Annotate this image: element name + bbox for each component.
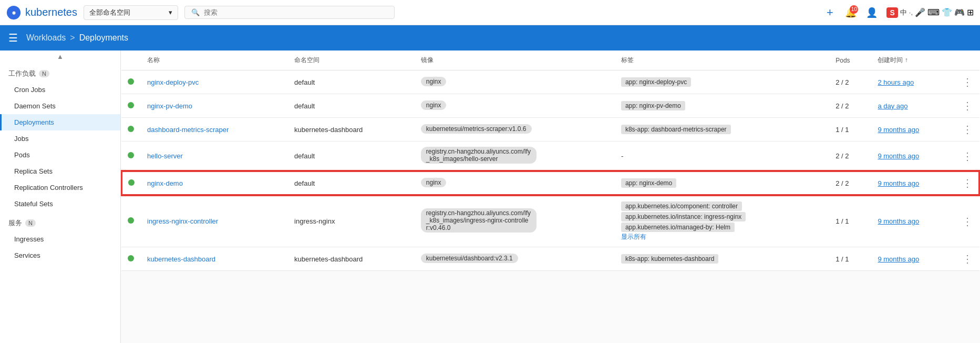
main-layout: ▲ 工作负载 N Cron Jobs Daemon Sets Deploymen… <box>0 51 980 343</box>
notification-button[interactable]: 🔔 10 <box>842 4 859 21</box>
breadcrumb-parent[interactable]: Workloads <box>26 33 66 43</box>
actions-cell[interactable]: ⋮ <box>956 118 979 142</box>
col-image[interactable]: 镜像 <box>415 51 615 70</box>
name-cell[interactable]: dashboard-metrics-scraper <box>141 118 288 142</box>
search-input[interactable] <box>204 8 388 16</box>
navbar-right: + 🔔 10 👤 S 中 ·, 🎤 ⌨ 👕 🎮 ⊞ <box>821 4 974 21</box>
col-name[interactable]: 名称 <box>141 51 288 70</box>
status-cell <box>121 70 141 94</box>
namespace-cell: ingress-nginx <box>288 195 415 247</box>
name-cell[interactable]: hello-server <box>141 142 288 172</box>
deployment-link[interactable]: nginx-pv-demo <box>147 102 192 110</box>
logo: ⎈ kubernetes <box>6 5 77 20</box>
status-cell <box>121 247 141 271</box>
menu-icon[interactable]: ☰ <box>8 32 18 44</box>
labels-cell: - <box>615 142 829 172</box>
name-cell[interactable]: nginx-demo <box>141 171 288 195</box>
breadcrumb-separator: > <box>70 33 75 43</box>
name-cell[interactable]: kubernetes-dashboard <box>141 247 288 271</box>
sidebar-item-stateful-sets[interactable]: Stateful Sets <box>0 196 120 212</box>
deployment-link[interactable]: nginx-demo <box>147 179 183 187</box>
name-cell[interactable]: nginx-deploy-pvc <box>141 70 288 94</box>
created-link: 9 months ago <box>878 152 919 160</box>
label-chip: app.kubernetes.io/instance: ingress-ngin… <box>621 212 746 221</box>
pods-cell: 2 / 2 <box>829 70 871 94</box>
notification-count: 10 <box>850 5 858 14</box>
labels-cell: app: nginx-demo <box>615 171 829 195</box>
col-labels[interactable]: 标签 <box>615 51 829 70</box>
image-chip: registry.cn-hangzhou.aliyuncs.com/lfy_k8… <box>421 208 537 233</box>
sidebar-item-pods[interactable]: Pods <box>0 147 120 163</box>
namespace-label: 全部命名空间 <box>89 8 130 17</box>
labels-cell: app: nginx-pv-demo <box>615 94 829 118</box>
grid-icon[interactable]: ⊞ <box>967 7 974 17</box>
pods-cell: 1 / 1 <box>829 195 871 247</box>
more-actions-button[interactable]: ⋮ <box>962 177 973 189</box>
more-actions-button[interactable]: ⋮ <box>962 100 973 112</box>
col-pods[interactable]: Pods <box>829 51 871 70</box>
created-link: 9 months ago <box>878 126 919 134</box>
sidebar-item-cron-jobs[interactable]: Cron Jobs <box>0 82 120 98</box>
actions-cell[interactable]: ⋮ <box>956 171 979 195</box>
created-cell: a day ago <box>871 94 956 118</box>
more-actions-button[interactable]: ⋮ <box>962 150 973 162</box>
image-cell: nginx <box>415 171 615 195</box>
status-dot <box>128 126 134 132</box>
sidebar-item-services[interactable]: Services <box>0 247 120 264</box>
sidebar-section-workloads: 工作负载 N <box>0 63 120 82</box>
sidebar-item-replica-sets[interactable]: Replica Sets <box>0 163 120 179</box>
name-cell[interactable]: nginx-pv-demo <box>141 94 288 118</box>
created-link: 9 months ago <box>878 217 919 225</box>
sidebar-item-ingresses[interactable]: Ingresses <box>0 231 120 247</box>
actions-cell[interactable]: ⋮ <box>956 94 979 118</box>
deployment-link[interactable]: hello-server <box>147 152 183 160</box>
sidebar-item-daemon-sets[interactable]: Daemon Sets <box>0 98 120 114</box>
more-actions-button[interactable]: ⋮ <box>962 76 973 88</box>
col-namespace[interactable]: 命名空间 <box>288 51 415 70</box>
name-cell[interactable]: ingress-nginx-controller <box>141 195 288 247</box>
namespace-cell: kubernetes-dashboard <box>288 118 415 142</box>
sidebar-item-deployments[interactable]: Deployments <box>0 114 120 130</box>
search-bar: 🔍 <box>184 6 395 19</box>
table-row: nginx-deploy-pvcdefaultnginxapp: nginx-d… <box>121 70 979 94</box>
shirt-icon[interactable]: 👕 <box>942 7 952 17</box>
image-chip: nginx <box>421 178 447 187</box>
image-cell: kubernetesui/metrics-scraper:v1.0.6 <box>415 118 615 142</box>
services-label: 服务 <box>8 218 22 228</box>
actions-cell[interactable]: ⋮ <box>956 142 979 172</box>
game-icon[interactable]: 🎮 <box>954 7 965 17</box>
labels-cell: k8s-app: dashboard-metrics-scraper <box>615 118 829 142</box>
sogou-badge: S <box>886 7 898 18</box>
user-button[interactable]: 👤 <box>863 4 880 21</box>
actions-cell[interactable]: ⋮ <box>956 70 979 94</box>
breadcrumb-current: Deployments <box>79 33 128 43</box>
col-created[interactable]: 创建时间 ↑ <box>871 51 956 70</box>
label-chip: app.kubernetes.io/component: controller <box>621 201 742 211</box>
table-row: hello-serverdefaultregistry.cn-hangzhou.… <box>121 142 979 172</box>
sidebar-scroll-up[interactable]: ▲ <box>0 51 120 63</box>
status-dot <box>128 78 134 85</box>
pods-cell: 2 / 2 <box>829 94 871 118</box>
actions-cell[interactable]: ⋮ <box>956 195 979 247</box>
services-badge: N <box>25 219 36 227</box>
more-actions-button[interactable]: ⋮ <box>962 216 973 227</box>
more-actions-button[interactable]: ⋮ <box>962 253 973 265</box>
label-empty: - <box>621 152 623 160</box>
sidebar-item-replication-controllers[interactable]: Replication Controllers <box>0 179 120 196</box>
deployment-link[interactable]: nginx-deploy-pvc <box>147 78 199 86</box>
kubernetes-logo-icon: ⎈ <box>6 5 21 20</box>
more-actions-button[interactable]: ⋮ <box>962 124 973 135</box>
labels-cell: app: nginx-deploy-pvc <box>615 70 829 94</box>
mic-icon[interactable]: 🎤 <box>915 7 925 17</box>
sort-icon: ↑ <box>905 56 908 64</box>
namespace-selector[interactable]: 全部命名空间 ▾ <box>84 5 178 20</box>
sidebar-item-jobs[interactable]: Jobs <box>0 130 120 147</box>
image-chip: nginx <box>421 100 447 110</box>
deployment-link[interactable]: ingress-nginx-controller <box>147 217 218 225</box>
deployment-link[interactable]: kubernetes-dashboard <box>147 255 215 263</box>
show-all-labels[interactable]: 显示所有 <box>621 233 646 240</box>
deployment-link[interactable]: dashboard-metrics-scraper <box>147 126 229 134</box>
keyboard-icon[interactable]: ⌨ <box>927 7 940 17</box>
actions-cell[interactable]: ⋮ <box>956 247 979 271</box>
add-button[interactable]: + <box>821 4 838 21</box>
